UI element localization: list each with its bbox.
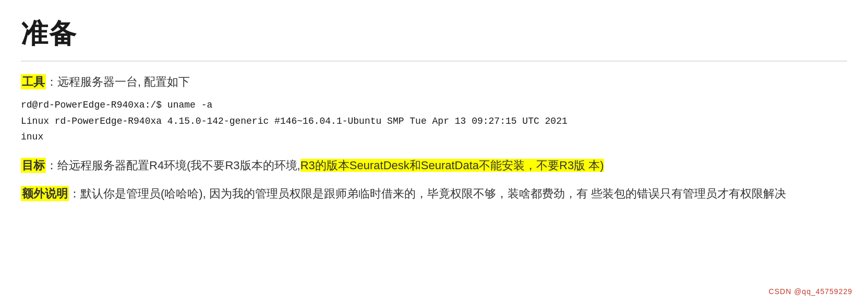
- tools-text: 远程服务器一台, 配置如下: [57, 75, 190, 88]
- goal-text-highlight: R3的版本SeuratDesk和SeuratData不能安装，不要R3版 本): [300, 159, 604, 172]
- tools-label: 工具: [21, 74, 46, 89]
- extra-section: 额外说明：默认你是管理员(哈哈哈), 因为我的管理员权限是跟师弟临时借来的，毕竟…: [21, 186, 847, 202]
- tools-colon: ：: [46, 75, 57, 88]
- csdn-watermark: CSDN @qq_45759229: [769, 287, 852, 296]
- goal-label: 目标: [21, 158, 46, 173]
- extra-colon: ：: [69, 187, 80, 200]
- extra-label: 额外说明: [21, 186, 69, 201]
- tools-code-block: rd@rd-PowerEdge-R940xa:/$ uname -a Linux…: [21, 97, 847, 145]
- goal-section: 目标：给远程服务器配置R4环境(我不要R3版本的环境,R3的版本SeuratDe…: [21, 158, 847, 173]
- goal-colon: ：: [46, 159, 57, 172]
- goal-text-before: 给远程服务器配置R4环境(我不要R3版本的环境,: [57, 159, 300, 172]
- page-title: 准备: [21, 16, 847, 62]
- extra-text: 默认你是管理员(哈哈哈), 因为我的管理员权限是跟师弟临时借来的，毕竟权限不够，…: [80, 187, 786, 200]
- tools-section: 工具：远程服务器一台, 配置如下 rd@rd-PowerEdge-R940xa:…: [21, 74, 847, 145]
